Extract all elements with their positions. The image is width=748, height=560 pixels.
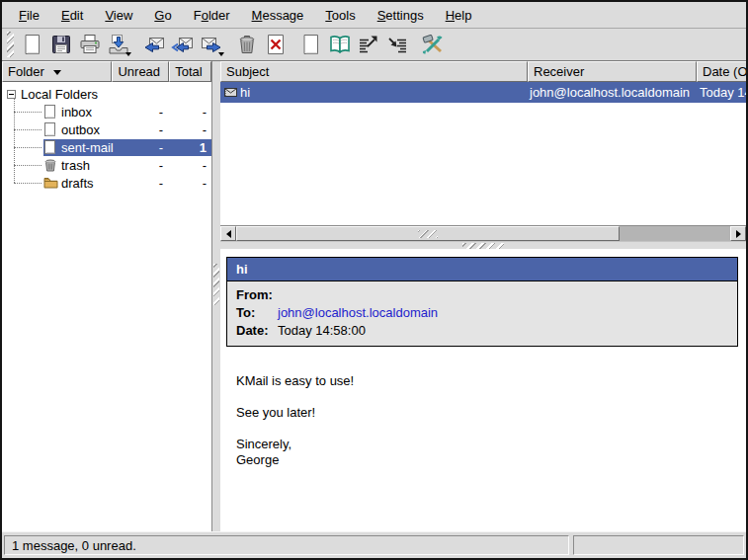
- subject-column-header[interactable]: Subject: [220, 61, 528, 82]
- folder-root-label: Local Folders: [20, 87, 98, 102]
- menu-folder[interactable]: Folder: [183, 5, 241, 26]
- message-list: Subject Receiver Date (O hi john@localho…: [220, 61, 746, 241]
- main-toolbar: [2, 29, 746, 61]
- reply-button[interactable]: [139, 31, 168, 58]
- dropdown-arrow-icon: [218, 52, 224, 56]
- message-header-fields: From: To: john@localhost.localdomain Dat…: [227, 281, 737, 346]
- sent-message-icon: [224, 87, 238, 98]
- folder-item-inbox[interactable]: inbox - -: [2, 103, 211, 120]
- toolbar-separator: [132, 44, 139, 45]
- message-subject-cell: hi: [220, 85, 528, 100]
- menu-go[interactable]: Go: [143, 5, 182, 26]
- scrollbar-track[interactable]: [620, 226, 730, 241]
- message-list-empty-area: [220, 103, 746, 225]
- date-field: Date: Today 14:58:00: [236, 322, 728, 340]
- menu-file[interactable]: File: [8, 5, 50, 26]
- forward-button[interactable]: [197, 31, 225, 58]
- move-to-trash-button[interactable]: [232, 31, 261, 58]
- toolbar-separator: [290, 44, 296, 45]
- scrollbar-thumb[interactable]: [236, 226, 620, 241]
- to-address-link[interactable]: john@localhost.localdomain: [278, 304, 438, 322]
- menu-message[interactable]: Message: [241, 5, 315, 26]
- message-date-cell: Today 14:58:00: [697, 85, 746, 100]
- folder-children: inbox - - outbox - -: [2, 103, 211, 192]
- receiver-column-header[interactable]: Receiver: [528, 61, 697, 82]
- new-message-button[interactable]: [18, 31, 46, 58]
- message-receiver-cell: john@localhost.localdomain: [528, 85, 697, 100]
- selected-folder-highlight: sent-mail - 1: [43, 139, 211, 156]
- configure-button[interactable]: [418, 31, 447, 58]
- menu-settings[interactable]: Settings: [367, 5, 435, 26]
- address-book-button[interactable]: [325, 31, 354, 58]
- delete-icon: [264, 33, 288, 56]
- folder-tree: Local Folders inbox - -: [2, 82, 211, 531]
- sort-arrow-icon: [53, 70, 61, 75]
- menu-bar: File Edit View Go Folder Message Tools S…: [2, 2, 746, 29]
- message-preview-pane: hi From: To: john@localhost.localdomain …: [220, 249, 746, 531]
- folder-column-label: Folder: [8, 64, 44, 79]
- menu-help[interactable]: Help: [435, 5, 483, 26]
- folder-item-outbox[interactable]: outbox - -: [2, 120, 211, 138]
- folder-column-header[interactable]: Folder: [2, 61, 112, 82]
- status-secondary-panel: [573, 535, 744, 555]
- from-field: From:: [236, 286, 728, 304]
- unread-column-header[interactable]: Unread: [112, 61, 169, 82]
- print-icon: [78, 33, 102, 56]
- scroll-left-button[interactable]: [220, 226, 236, 241]
- trash-folder-icon: [43, 158, 58, 172]
- new-note-button[interactable]: [296, 31, 325, 58]
- to-field: To: john@localhost.localdomain: [236, 304, 728, 322]
- folder-item-trash[interactable]: trash - -: [2, 156, 211, 174]
- menu-view[interactable]: View: [94, 5, 143, 26]
- reply-all-button[interactable]: [168, 31, 197, 58]
- message-body: KMail is easy to use! See you later! Sin…: [236, 373, 746, 468]
- drafts-folder-icon: [43, 176, 58, 190]
- menu-edit[interactable]: Edit: [50, 5, 94, 26]
- toolbar-separator: [411, 44, 418, 45]
- reply-icon: [142, 33, 166, 56]
- check-mail-button[interactable]: [104, 31, 132, 58]
- next-unread-icon: [385, 33, 409, 56]
- mail-folder-icon: [43, 122, 58, 136]
- message-header-box: hi From: To: john@localhost.localdomain …: [226, 257, 738, 347]
- message-row[interactable]: hi john@localhost.localdomain Today 14:5…: [220, 82, 746, 103]
- configure-icon: [421, 33, 445, 56]
- next-unread-button[interactable]: [382, 31, 411, 58]
- message-list-hscrollbar[interactable]: [220, 225, 746, 241]
- main-area: Folder Unread Total Local Folders inbox: [2, 61, 746, 531]
- dropdown-arrow-icon: [125, 52, 131, 56]
- status-message: 1 message, 0 unread.: [4, 535, 569, 555]
- new-note-icon: [299, 33, 323, 56]
- message-title-bar: hi: [227, 258, 737, 281]
- print-button[interactable]: [75, 31, 104, 58]
- save-button[interactable]: [46, 31, 75, 58]
- address-book-icon: [328, 33, 352, 56]
- arrow-right-icon: [736, 230, 741, 238]
- previous-unread-icon: [357, 33, 380, 56]
- horizontal-splitter[interactable]: [220, 241, 746, 249]
- menu-tools[interactable]: Tools: [314, 5, 366, 26]
- folder-item-drafts[interactable]: drafts - -: [2, 174, 211, 192]
- arrow-left-icon: [226, 230, 231, 238]
- folder-item-sent-mail[interactable]: sent-mail - 1: [2, 138, 211, 156]
- folder-root-local-folders[interactable]: Local Folders: [2, 85, 211, 103]
- mail-folder-icon: [43, 105, 58, 119]
- reply-all-icon: [171, 33, 195, 56]
- toolbar-grip[interactable]: [7, 32, 14, 57]
- scroll-right-button[interactable]: [730, 226, 746, 241]
- date-value: Today 14:58:00: [278, 322, 366, 340]
- new-message-icon: [21, 33, 44, 56]
- delete-button[interactable]: [261, 31, 290, 58]
- message-list-header: Subject Receiver Date (O: [220, 61, 746, 82]
- total-column-header[interactable]: Total: [169, 61, 211, 82]
- vertical-splitter[interactable]: [212, 61, 220, 531]
- folder-panel: Folder Unread Total Local Folders inbox: [2, 61, 212, 531]
- trash-icon: [235, 33, 259, 56]
- save-icon: [49, 33, 73, 56]
- right-panel: Subject Receiver Date (O hi john@localho…: [220, 61, 746, 531]
- previous-unread-button[interactable]: [354, 31, 382, 58]
- date-column-header[interactable]: Date (O: [697, 61, 746, 82]
- kmail-window: File Edit View Go Folder Message Tools S…: [0, 0, 748, 560]
- mail-folder-icon: [43, 140, 58, 154]
- folder-list-header: Folder Unread Total: [2, 61, 211, 82]
